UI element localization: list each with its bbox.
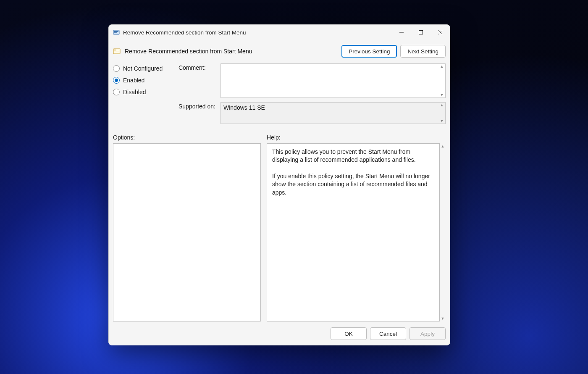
subheader: Remove Recommended section from Start Me… xyxy=(113,43,446,63)
svg-rect-10 xyxy=(114,52,119,52)
comment-field: Comment: ▲ ▼ xyxy=(178,63,446,98)
supported-value: Windows 11 SE xyxy=(220,102,446,124)
radio-not-configured[interactable]: Not Configured xyxy=(113,65,172,72)
supported-box-wrap: Windows 11 SE ▲ ▼ xyxy=(220,102,446,124)
policy-editor-window: Remove Recommended section from Start Me… xyxy=(108,24,450,345)
scroll-down-icon: ▼ xyxy=(441,316,445,321)
help-pane[interactable]: This policy allows you to prevent the St… xyxy=(267,143,440,321)
next-setting-button[interactable]: Next Setting xyxy=(400,45,446,58)
window-content: Remove Recommended section from Start Me… xyxy=(109,40,450,345)
previous-setting-button[interactable]: Previous Setting xyxy=(341,45,397,58)
panes-row: This policy allows you to prevent the St… xyxy=(113,143,446,321)
desktop-background: Remove Recommended section from Start Me… xyxy=(0,0,588,374)
close-button[interactable] xyxy=(430,25,450,40)
comment-label: Comment: xyxy=(178,63,217,71)
ok-button[interactable]: OK xyxy=(331,327,367,340)
radio-icon xyxy=(113,89,120,95)
svg-rect-1 xyxy=(114,31,118,32)
policy-icon xyxy=(113,29,120,36)
svg-rect-2 xyxy=(114,32,117,33)
maximize-button[interactable] xyxy=(411,25,430,40)
state-radio-group: Not Configured Enabled Disabled xyxy=(113,63,172,95)
radio-label: Enabled xyxy=(123,77,144,84)
config-row: Not Configured Enabled Disabled Comment: xyxy=(113,63,446,126)
radio-disabled[interactable]: Disabled xyxy=(113,89,172,95)
apply-button[interactable]: Apply xyxy=(410,327,446,340)
meta-column: Comment: ▲ ▼ Supported on: Windows 1 xyxy=(178,63,446,124)
svg-rect-8 xyxy=(114,50,116,50)
svg-rect-4 xyxy=(419,31,423,34)
radio-enabled[interactable]: Enabled xyxy=(113,77,172,84)
minimize-button[interactable] xyxy=(392,25,411,40)
comment-input[interactable] xyxy=(220,63,446,98)
radio-label: Disabled xyxy=(123,89,146,95)
supported-field: Supported on: Windows 11 SE ▲ ▼ xyxy=(178,102,446,124)
help-label: Help: xyxy=(267,134,281,141)
radio-icon xyxy=(113,65,120,72)
cancel-button[interactable]: Cancel xyxy=(370,327,406,340)
scroll-indicator: ▲ ▼ xyxy=(440,143,446,321)
titlebar[interactable]: Remove Recommended section from Start Me… xyxy=(109,25,450,40)
svg-rect-9 xyxy=(114,51,119,51)
radio-label: Not Configured xyxy=(123,65,163,72)
options-pane[interactable] xyxy=(113,143,261,321)
window-title: Remove Recommended section from Start Me… xyxy=(123,29,246,36)
pane-labels: Options: Help: xyxy=(113,134,446,143)
scroll-up-icon: ▲ xyxy=(441,144,445,148)
help-pane-wrap: This policy allows you to prevent the St… xyxy=(267,143,446,321)
radio-icon xyxy=(113,77,120,84)
supported-label: Supported on: xyxy=(178,102,217,110)
dialog-footer: OK Cancel Apply xyxy=(113,321,446,340)
setting-icon xyxy=(113,47,121,55)
setting-title: Remove Recommended section from Start Me… xyxy=(125,48,252,55)
options-label: Options: xyxy=(113,134,261,141)
comment-box-wrap: ▲ ▼ xyxy=(220,63,446,98)
